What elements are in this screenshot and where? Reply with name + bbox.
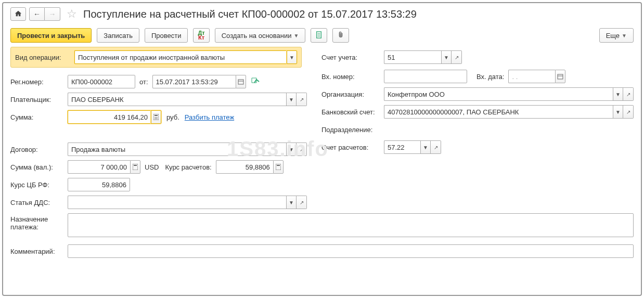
- open-icon[interactable]: ↗: [623, 105, 634, 119]
- dropdown-icon[interactable]: ▼: [286, 93, 297, 106]
- arrow-left-icon: ←: [33, 10, 41, 18]
- operation-kind-label: Вид операции:: [15, 54, 72, 61]
- contract-field[interactable]: Продажа валюты: [68, 142, 286, 156]
- fx-currency-label: USD: [145, 163, 159, 171]
- calendar-icon[interactable]: [555, 70, 565, 83]
- date-field[interactable]: 15.07.2017 13:53:29: [152, 75, 236, 88]
- dropdown-icon[interactable]: ▼: [286, 196, 297, 209]
- cb-rate-label: Курс ЦБ РФ:: [10, 181, 68, 189]
- svg-rect-15: [134, 165, 137, 166]
- nav-forward-button[interactable]: →: [45, 7, 60, 21]
- create-based-button[interactable]: Создать на основании ▼: [215, 28, 306, 43]
- account-label: Счет учета:: [321, 54, 384, 61]
- svg-point-9: [156, 117, 157, 118]
- page-title: Поступление на расчетный счет КП00-00000…: [83, 8, 417, 20]
- rate-field[interactable]: 59,8806: [216, 160, 273, 174]
- settlement-account-label: Счет расчетов:: [321, 144, 384, 151]
- arrow-right-icon: →: [49, 10, 56, 18]
- calendar-icon[interactable]: [236, 75, 246, 88]
- bank-account-field[interactable]: 40702810000000000007, ПАО СБЕРБАНК: [384, 105, 613, 119]
- reg-number-label: Рег.номер:: [10, 78, 68, 86]
- purpose-label: Назначение платежа:: [10, 213, 68, 231]
- purpose-field[interactable]: [68, 213, 634, 237]
- svg-rect-4: [238, 80, 243, 84]
- dtkt-icon: ДтКт: [198, 31, 204, 40]
- svg-point-11: [154, 119, 156, 120]
- svg-point-13: [157, 119, 158, 120]
- in-date-field[interactable]: . .: [508, 70, 555, 83]
- open-icon[interactable]: ↗: [623, 87, 634, 101]
- in-date-label: Вх. дата:: [476, 73, 504, 81]
- contract-label: Договор:: [10, 146, 68, 153]
- calculator-icon[interactable]: [151, 110, 161, 124]
- amount-fx-field[interactable]: 7 000,00: [68, 160, 130, 174]
- svg-rect-14: [133, 164, 138, 170]
- save-button[interactable]: Записать: [97, 28, 139, 43]
- open-icon[interactable]: ↗: [431, 140, 441, 154]
- comment-field[interactable]: [68, 244, 634, 258]
- comment-label: Комментарий:: [10, 248, 68, 255]
- payer-label: Плательщик:: [10, 96, 68, 103]
- dds-field[interactable]: [68, 196, 286, 209]
- more-button[interactable]: Еще ▼: [599, 28, 634, 43]
- dropdown-icon[interactable]: ▼: [286, 142, 297, 156]
- svg-rect-17: [277, 165, 280, 166]
- currency-label: руб.: [166, 113, 179, 121]
- attachment-button[interactable]: [332, 28, 349, 43]
- operation-kind-row: Вид операции: Поступления от продажи ино…: [10, 47, 302, 68]
- calculator-icon[interactable]: [130, 160, 140, 174]
- titlebar: ← → ☆ Поступление на расчетный счет КП00…: [10, 7, 634, 21]
- dropdown-icon[interactable]: ▼: [420, 140, 431, 154]
- in-number-label: Вх. номер:: [321, 73, 384, 81]
- document-icon-button[interactable]: [311, 28, 327, 43]
- dropdown-icon[interactable]: ▼: [287, 50, 297, 64]
- chevron-down-icon: ▼: [294, 33, 299, 38]
- svg-rect-7: [154, 115, 158, 116]
- amount-field[interactable]: 419 164,20: [68, 110, 151, 124]
- open-icon[interactable]: ↗: [297, 142, 307, 156]
- bank-account-label: Банковский счет:: [321, 108, 384, 116]
- paperclip-icon: [337, 31, 344, 40]
- calculator-icon[interactable]: [273, 160, 284, 174]
- org-label: Организация:: [321, 90, 384, 98]
- toolbar: Провести и закрыть Записать Провести ДтК…: [10, 28, 634, 43]
- post-and-close-button[interactable]: Провести и закрыть: [10, 28, 92, 43]
- dropdown-icon[interactable]: ▼: [613, 87, 623, 101]
- open-icon[interactable]: ↗: [297, 196, 307, 209]
- amount-fx-label: Сумма (вал.):: [10, 163, 68, 171]
- payer-field[interactable]: ПАО СБЕРБАНК: [68, 93, 286, 106]
- svg-rect-16: [276, 164, 281, 170]
- cb-rate-field[interactable]: 59,8806: [68, 178, 130, 191]
- svg-rect-18: [558, 74, 563, 79]
- document-icon: [315, 31, 323, 40]
- date-from-label: от:: [139, 78, 148, 86]
- department-label: Подразделение:: [321, 126, 384, 134]
- open-icon[interactable]: ↗: [452, 50, 462, 64]
- post-button[interactable]: Провести: [145, 28, 188, 43]
- status-ok-icon: [251, 77, 260, 86]
- settlement-account-field[interactable]: 57.22: [384, 140, 420, 154]
- reg-number-field[interactable]: КП00-000002: [68, 75, 135, 88]
- chevron-down-icon: ▼: [622, 33, 627, 38]
- operation-kind-field[interactable]: Поступления от продажи иностранной валют…: [74, 50, 287, 64]
- org-field[interactable]: Конфетпром ООО: [384, 87, 613, 101]
- split-payment-link[interactable]: Разбить платеж: [185, 113, 234, 121]
- dropdown-icon[interactable]: ▼: [613, 105, 623, 119]
- account-field[interactable]: 51: [384, 50, 441, 64]
- dropdown-icon[interactable]: ▼: [441, 50, 452, 64]
- favorite-star-icon[interactable]: ☆: [67, 7, 77, 21]
- svg-point-10: [157, 117, 158, 118]
- svg-point-8: [154, 117, 156, 118]
- rate-label: Курс расчетов:: [165, 163, 211, 171]
- nav-back-button[interactable]: ←: [29, 7, 45, 21]
- dtkt-button[interactable]: ДтКт: [193, 28, 209, 43]
- home-button[interactable]: [10, 7, 26, 21]
- amount-label: Сумма:: [10, 113, 68, 121]
- dds-label: Статья ДДС:: [10, 199, 68, 206]
- svg-point-12: [156, 119, 157, 120]
- open-icon[interactable]: ↗: [297, 93, 307, 106]
- in-number-field[interactable]: [384, 70, 467, 83]
- home-icon: [15, 10, 22, 19]
